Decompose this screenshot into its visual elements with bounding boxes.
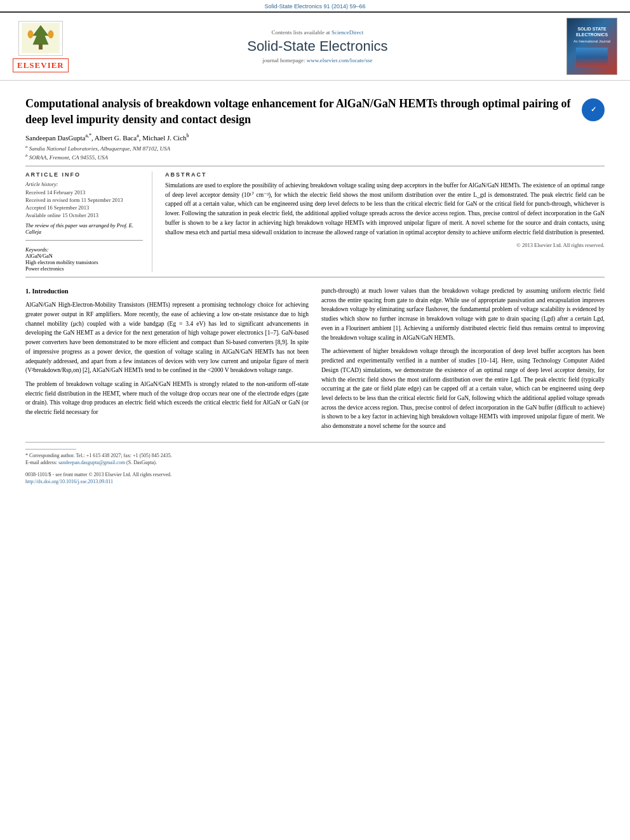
journal-top-reference: Solid-State Electronics 91 (2014) 59–66 bbox=[0, 0, 630, 11]
journal-title-banner: Solid-State Electronics bbox=[75, 38, 560, 55]
journal-banner: ELSEVIER Contents lists available at Sci… bbox=[0, 11, 630, 81]
main-content: Computational analysis of breakdown volt… bbox=[0, 81, 630, 492]
intro-para2: The problem of breakdown voltage scaling… bbox=[25, 380, 309, 417]
article-history: Article history: Received 14 February 20… bbox=[25, 181, 143, 218]
svg-point-4 bbox=[48, 30, 53, 38]
keyword-1: AlGaN/GaN bbox=[25, 253, 143, 259]
info-abstract-section: ARTICLE INFO Article history: Received 1… bbox=[25, 171, 605, 272]
journal-cover-image: SOLID STATE ELECTRONICS An International… bbox=[566, 18, 617, 75]
footnote-bar bbox=[25, 449, 76, 450]
article-info-label: ARTICLE INFO bbox=[25, 171, 143, 178]
journal-url[interactable]: www.elsevier.com/locate/sse bbox=[307, 57, 373, 63]
copyright-notice: © 2013 Elsevier Ltd. All rights reserved… bbox=[165, 242, 605, 248]
abstract-label: ABSTRACT bbox=[165, 171, 605, 178]
keyword-list: AlGaN/GaN High electron mobility transis… bbox=[25, 253, 143, 272]
banner-center: Contents lists available at ScienceDirec… bbox=[75, 29, 560, 63]
affil-b: b SORAA, Fremont, CA 94555, USA bbox=[25, 153, 605, 161]
accepted-date: Accepted 16 September 2013 bbox=[25, 204, 143, 211]
footnote-section: * Corresponding author. Tel.: +1 615 438… bbox=[25, 442, 605, 484]
review-note: The review of this paper was arranged by… bbox=[25, 222, 143, 235]
svg-point-3 bbox=[28, 30, 33, 38]
intro-para1: AlGaN/GaN High-Electron-Mobility Transis… bbox=[25, 300, 309, 375]
crossmark-badge: ✓ bbox=[582, 98, 605, 121]
keyword-3: Power electronics bbox=[25, 265, 143, 272]
doi-link[interactable]: http://dx.doi.org/10.1016/j.sse.2013.09.… bbox=[25, 479, 113, 484]
elsevier-brand: ELSEVIER bbox=[13, 58, 69, 72]
email-note: E-mail address: sandeepan.dasgupta@gmail… bbox=[25, 460, 605, 465]
history-label: Article history: bbox=[25, 181, 143, 187]
authors-line: Sandeepan DasGuptaa,*, Albert G. Bacaa, … bbox=[25, 133, 605, 142]
keywords-section: Keywords: AlGaN/GaN High electron mobili… bbox=[25, 246, 143, 272]
body-col-left: 1. Introduction AlGaN/GaN High-Electron-… bbox=[25, 286, 309, 436]
article-info-col: ARTICLE INFO Article history: Received 1… bbox=[25, 171, 152, 272]
svg-rect-2 bbox=[39, 44, 43, 50]
separator-body bbox=[25, 277, 605, 277]
doi-note: http://dx.doi.org/10.1016/j.sse.2013.09.… bbox=[25, 479, 605, 484]
revised-date: Received in revised form 11 September 20… bbox=[25, 197, 143, 203]
available-date: Available online 15 October 2013 bbox=[25, 212, 143, 218]
intro-heading: 1. Introduction bbox=[25, 286, 309, 297]
journal-homepage: journal homepage: www.elsevier.com/locat… bbox=[75, 57, 560, 63]
intro-col2-para2: The achievement of higher breakdown volt… bbox=[321, 347, 605, 430]
author-email-link[interactable]: sandeepan.dasgupta@gmail.com bbox=[58, 460, 125, 465]
abstract-text: Simulations are used to explore the poss… bbox=[165, 181, 605, 237]
contents-line: Contents lists available at ScienceDirec… bbox=[75, 29, 560, 36]
keyword-2: High electron mobility transistors bbox=[25, 259, 143, 265]
abstract-col: ABSTRACT Simulations are used to explore… bbox=[165, 171, 605, 272]
issn-note: 0038-1101/$ - see front matter © 2013 El… bbox=[25, 472, 605, 477]
body-two-col: 1. Introduction AlGaN/GaN High-Electron-… bbox=[25, 286, 605, 436]
article-title-text: Computational analysis of breakdown volt… bbox=[25, 96, 575, 128]
elsevier-logo-block: ELSEVIER bbox=[13, 21, 69, 72]
sciencedirect-link[interactable]: ScienceDirect bbox=[332, 29, 363, 36]
affil-a: a Sandia National Laboratories, Albuquer… bbox=[25, 144, 605, 152]
received-date: Received 14 February 2013 bbox=[25, 189, 143, 196]
corresponding-note: * Corresponding author. Tel.: +1 615 438… bbox=[25, 453, 605, 458]
article-title-block: Computational analysis of breakdown volt… bbox=[25, 96, 605, 128]
body-section: 1. Introduction AlGaN/GaN High-Electron-… bbox=[25, 286, 605, 436]
author3-name: , Michael J. Cich bbox=[139, 134, 187, 142]
author1-name: Sandeepan DasGupta bbox=[25, 134, 85, 142]
author2-name: , Albert G. Baca bbox=[91, 134, 137, 142]
separator-keywords bbox=[25, 240, 143, 241]
keywords-label: Keywords: bbox=[25, 246, 49, 253]
separator-1 bbox=[25, 166, 605, 166]
body-col-right: punch-through) at much lower values than… bbox=[321, 286, 605, 436]
intro-col2-para1: punch-through) at much lower values than… bbox=[321, 286, 605, 342]
